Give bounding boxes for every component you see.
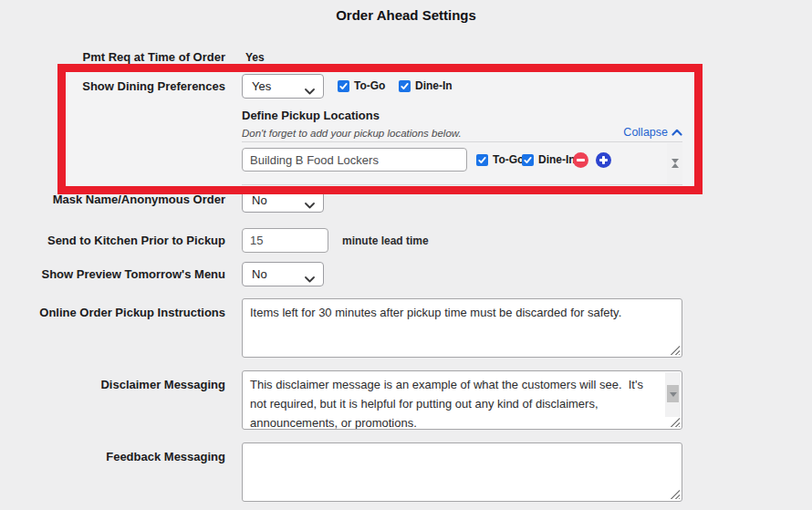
remove-location-button[interactable] xyxy=(573,152,588,168)
pmt-req-label: Pmt Req at Time of Order xyxy=(18,50,225,64)
pmt-req-value: Yes xyxy=(245,51,265,64)
location-to-go-label: To-Go xyxy=(493,153,524,166)
pickup-instructions-label: Online Order Pickup Instructions xyxy=(18,306,225,319)
show-preview-select-value: No xyxy=(252,267,267,281)
resize-grip-icon[interactable] xyxy=(670,417,680,427)
plus-icon xyxy=(599,156,608,164)
show-preview-select[interactable]: No xyxy=(242,262,324,286)
chevron-down-icon xyxy=(305,272,315,286)
chevron-down-icon xyxy=(305,198,315,212)
disclaimer-scrollbar[interactable] xyxy=(665,372,681,417)
disclaimer-text: This disclaimer message is an example of… xyxy=(250,375,660,430)
dine-in-checkbox-label: Dine-In xyxy=(415,79,453,92)
to-go-checkbox-label: To-Go xyxy=(354,79,385,92)
scroll-down-arrow-icon[interactable] xyxy=(670,397,677,413)
page-title: Order Ahead Settings xyxy=(0,7,812,23)
mask-name-select[interactable]: No xyxy=(242,188,324,213)
resize-grip-icon[interactable] xyxy=(670,345,680,355)
location-dine-in-checkbox[interactable]: Dine-In xyxy=(522,153,576,166)
collapse-link[interactable]: Collapse xyxy=(547,126,682,139)
dine-in-checkbox[interactable]: Dine-In xyxy=(399,79,453,92)
pickup-instructions-text: Items left for 30 minutes after pickup t… xyxy=(250,303,674,322)
pickup-location-name-input[interactable] xyxy=(242,148,467,172)
location-dine-in-label: Dine-In xyxy=(538,153,576,166)
lead-time-input[interactable] xyxy=(242,228,328,253)
mask-name-label: Mask Name/Anonymous Order xyxy=(18,193,225,206)
show-dining-select[interactable]: Yes xyxy=(242,74,324,99)
section-divider xyxy=(242,141,682,142)
show-dining-select-value: Yes xyxy=(252,79,271,93)
add-location-button[interactable] xyxy=(596,152,611,168)
disclaimer-label: Disclaimer Messaging xyxy=(18,378,225,391)
feedback-textarea[interactable] xyxy=(242,442,682,502)
show-preview-label: Show Preview Tomorrow's Menu xyxy=(18,267,225,281)
collapse-link-label: Collapse xyxy=(623,126,668,139)
location-to-go-checkbox[interactable]: To-Go xyxy=(476,153,524,166)
pickup-locations-subtitle: Don't forget to add your pickup location… xyxy=(242,128,462,139)
pickup-instructions-textarea[interactable]: Items left for 30 minutes after pickup t… xyxy=(242,298,682,358)
disclaimer-textarea[interactable]: This disclaimer message is an example of… xyxy=(242,370,682,430)
to-go-checkbox[interactable]: To-Go xyxy=(338,79,385,92)
chevron-down-icon xyxy=(305,84,315,98)
checkbox-check-icon xyxy=(476,154,488,166)
lead-time-suffix: minute lead time xyxy=(342,234,429,247)
pickup-locations-heading: Define Pickup Locations xyxy=(242,109,380,122)
checkbox-check-icon xyxy=(399,80,411,92)
minus-icon xyxy=(577,159,585,161)
feedback-label: Feedback Messaging xyxy=(18,450,225,463)
chevron-up-icon xyxy=(671,126,682,139)
scroll-down-arrow-icon[interactable] xyxy=(671,163,679,180)
mask-name-select-value: No xyxy=(252,193,267,207)
resize-grip-icon[interactable] xyxy=(670,489,680,499)
section-divider xyxy=(242,184,682,185)
checkbox-check-icon xyxy=(338,80,349,92)
checkbox-check-icon xyxy=(522,154,534,166)
show-dining-label: Show Dining Preferences xyxy=(18,79,225,93)
pickup-list-scrollbar[interactable] xyxy=(667,143,682,184)
send-kitchen-label: Send to Kitchen Prior to Pickup xyxy=(18,234,225,247)
